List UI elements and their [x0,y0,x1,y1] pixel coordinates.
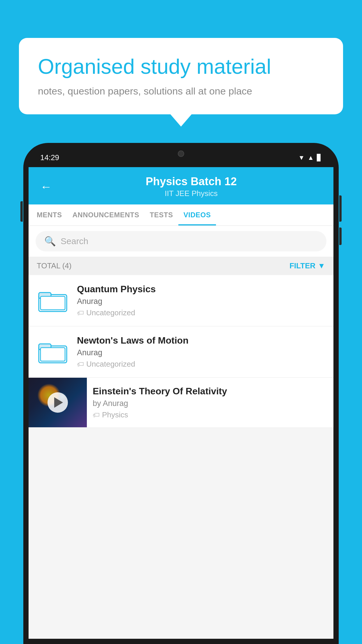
video-tag-2: 🏷 Uncategorized [77,360,325,369]
video-author-1: Anurag [77,297,325,306]
phone-notch [161,148,201,159]
speech-bubble: Organised study material notes, question… [19,38,343,114]
phone-outer: 14:29 ▼ ▲ ▊ ← Physics Batch 12 IIT JEE P… [23,143,339,644]
phone-side-button-right-1 [339,195,342,222]
signal-icon: ▲ [307,154,314,162]
video-title-1: Quantum Physics [77,284,325,295]
tab-announcements[interactable]: ANNOUNCEMENTS [67,204,145,225]
video-list: Quantum Physics Anurag 🏷 Uncategorized [29,275,333,428]
video-author-2: Anurag [77,348,325,357]
video-thumbnail-3 [29,378,87,427]
batch-subtitle: IIT JEE Physics [61,189,322,198]
app-header: ← Physics Batch 12 IIT JEE Physics [29,167,333,204]
search-bar[interactable]: 🔍 Search [36,231,326,251]
batch-title: Physics Batch 12 [61,175,322,188]
phone-container: 14:29 ▼ ▲ ▊ ← Physics Batch 12 IIT JEE P… [23,143,339,644]
filter-button[interactable]: FILTER ▼ [289,261,325,270]
list-item[interactable]: Newton's Laws of Motion Anurag 🏷 Uncateg… [29,326,333,378]
video-tag-3: 🏷 Physics [93,410,328,419]
back-button[interactable]: ← [40,180,52,193]
tab-ments[interactable]: MENTS [31,204,67,225]
tabs-container: MENTS ANNOUNCEMENTS TESTS VIDEOS [29,204,333,226]
speech-bubble-container: Organised study material notes, question… [19,38,343,114]
svg-rect-5 [41,348,65,361]
header-center: Physics Batch 12 IIT JEE Physics [61,175,322,198]
video-info-2: Newton's Laws of Motion Anurag 🏷 Uncateg… [77,335,325,369]
search-icon: 🔍 [44,236,56,247]
video-folder-icon-1 [37,288,69,314]
filter-icon: ▼ [318,261,325,270]
phone-camera [178,150,184,157]
video-folder-icon-2 [37,339,69,365]
filter-bar: TOTAL (4) FILTER ▼ [29,257,333,275]
video-tag-1: 🏷 Uncategorized [77,308,325,317]
tag-icon-3: 🏷 [93,411,100,419]
status-time: 14:29 [40,153,59,162]
wifi-icon: ▼ [298,154,305,162]
play-icon [54,397,63,408]
speech-bubble-subtitle: notes, question papers, solutions all at… [38,85,324,97]
status-icons: ▼ ▲ ▊ [298,154,322,162]
video-info-3: Einstein's Theory Of Relativity by Anura… [87,378,333,428]
battery-icon: ▊ [317,154,322,162]
tag-icon-2: 🏷 [77,360,84,368]
tag-icon-1: 🏷 [77,309,84,317]
tab-tests[interactable]: TESTS [145,204,178,225]
phone-side-button-right-2 [339,228,342,245]
tab-videos[interactable]: VIDEOS [178,204,216,225]
total-count: TOTAL (4) [37,261,71,270]
speech-bubble-title: Organised study material [38,54,324,79]
video-title-3: Einstein's Theory Of Relativity [93,386,328,397]
video-info-1: Quantum Physics Anurag 🏷 Uncategorized [77,284,325,317]
video-author-3: by Anurag [93,399,328,408]
filter-label: FILTER [289,261,315,270]
phone-screen: ← Physics Batch 12 IIT JEE Physics MENTS… [29,167,333,639]
search-placeholder: Search [61,236,88,246]
play-button[interactable] [48,392,68,413]
list-item[interactable]: Einstein's Theory Of Relativity by Anura… [29,378,333,428]
search-container: 🔍 Search [29,226,333,257]
svg-rect-2 [41,296,65,310]
list-item[interactable]: Quantum Physics Anurag 🏷 Uncategorized [29,275,333,326]
phone-side-button-left [20,201,23,222]
video-title-2: Newton's Laws of Motion [77,335,325,346]
status-bar: 14:29 ▼ ▲ ▊ [29,148,333,167]
